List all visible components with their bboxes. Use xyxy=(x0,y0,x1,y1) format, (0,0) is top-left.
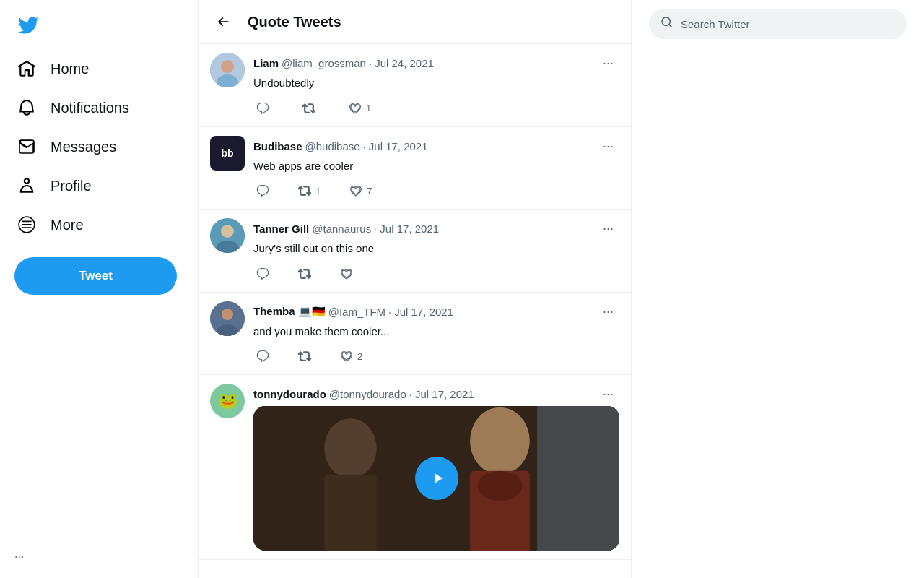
tweet-video-thumbnail[interactable] xyxy=(253,406,619,551)
home-icon xyxy=(17,59,36,78)
sidebar-item-more-label: More xyxy=(51,217,84,233)
tweet-content: Themba 💻🇩🇪 @Iam_TFM · Jul 17, 2021 ··· a… xyxy=(253,301,619,366)
bell-icon xyxy=(17,98,36,117)
tweet-author-handle: @tannaurus xyxy=(312,223,371,235)
tweet-author-handle: @Iam_TFM xyxy=(328,306,385,318)
left-sidebar: Home Notifications Messages Profile More xyxy=(0,0,199,578)
tweet-header: Liam @liam_grossman · Jul 24, 2021 ··· xyxy=(253,53,619,74)
tweet-text: Jury's still out on this one xyxy=(253,241,619,257)
tweet-author-handle: @liam_grossman xyxy=(282,57,366,69)
avatar xyxy=(210,218,245,253)
tweet-actions: 1 xyxy=(253,99,619,118)
tweet-meta: Budibase @budibase · Jul 17, 2021 xyxy=(253,140,428,152)
tweet-header: Themba 💻🇩🇪 @Iam_TFM · Jul 17, 2021 ··· xyxy=(253,301,619,322)
retweet-button[interactable] xyxy=(295,264,314,283)
retweet-button[interactable]: 1 xyxy=(295,181,323,200)
tweet-meta: Liam @liam_grossman · Jul 24, 2021 xyxy=(253,57,434,69)
svg-point-7 xyxy=(222,309,233,320)
tweet-date: Jul 17, 2021 xyxy=(369,140,428,152)
tweet-more-button[interactable]: ··· xyxy=(597,218,619,239)
tweet-author-name: Budibase xyxy=(253,140,302,152)
tweet-author-handle: @tonnydourado xyxy=(329,388,406,400)
svg-point-4 xyxy=(221,225,234,238)
table-row: Themba 💻🇩🇪 @Iam_TFM · Jul 17, 2021 ··· a… xyxy=(199,293,631,376)
like-button[interactable]: 7 xyxy=(346,181,375,200)
mail-icon xyxy=(17,137,36,156)
page-title: Quote Tweets xyxy=(248,14,341,30)
sidebar-account-more[interactable]: ··· xyxy=(14,551,24,564)
tweet-author-name: tonnydourado xyxy=(253,388,326,400)
tweet-meta: Tanner Gill @tannaurus · Jul 17, 2021 xyxy=(253,223,439,235)
tweet-more-button[interactable]: ··· xyxy=(597,136,619,157)
sidebar-item-profile-label: Profile xyxy=(51,178,92,194)
tweet-author-handle: @budibase xyxy=(305,140,360,152)
reply-button[interactable] xyxy=(253,99,276,118)
avatar xyxy=(210,53,245,87)
tweet-date: Jul 17, 2021 xyxy=(415,388,474,400)
sidebar-item-home-label: Home xyxy=(51,61,89,77)
like-count: 2 xyxy=(357,351,362,362)
search-input[interactable] xyxy=(681,18,895,30)
main-nav: Home Notifications Messages Profile More xyxy=(9,51,138,246)
panel-header: Quote Tweets xyxy=(199,0,631,44)
tweet-content: Tanner Gill @tannaurus · Jul 17, 2021 ··… xyxy=(253,218,619,283)
tweet-actions: 2 xyxy=(253,347,619,366)
sidebar-item-home[interactable]: Home xyxy=(9,51,138,87)
twitter-logo[interactable] xyxy=(9,6,48,48)
reply-button[interactable] xyxy=(253,264,272,283)
avatar xyxy=(210,301,245,336)
tweet-author-name: Liam xyxy=(253,57,279,69)
avatar: 🐸 xyxy=(210,384,245,418)
like-count: 1 xyxy=(366,103,371,113)
reply-button[interactable] xyxy=(253,181,272,200)
more-dots-label: ··· xyxy=(14,551,24,564)
table-row: bb Budibase @budibase · Jul 17, 2021 ···… xyxy=(199,127,631,210)
retweet-button[interactable] xyxy=(300,99,323,118)
tweet-more-button[interactable]: ··· xyxy=(597,53,619,74)
tweet-author-name: Themba 💻🇩🇪 xyxy=(253,305,326,318)
svg-rect-16 xyxy=(537,406,619,551)
reply-button[interactable] xyxy=(253,347,272,366)
tweet-date: Jul 17, 2021 xyxy=(380,223,439,235)
like-button[interactable] xyxy=(337,264,356,283)
search-bar[interactable] xyxy=(649,9,907,39)
tweet-meta: Themba 💻🇩🇪 @Iam_TFM · Jul 17, 2021 xyxy=(253,305,453,318)
tweet-content: tonnydourado @tonnydourado · Jul 17, 202… xyxy=(253,384,619,551)
tweet-more-button[interactable]: ··· xyxy=(597,384,619,405)
video-play-button[interactable] xyxy=(415,457,458,500)
sidebar-item-more[interactable]: More xyxy=(9,207,138,243)
sidebar-item-profile[interactable]: Profile xyxy=(9,168,138,204)
tweet-text: Web apps are cooler xyxy=(253,158,619,175)
search-icon xyxy=(661,16,674,32)
sidebar-item-notifications[interactable]: Notifications xyxy=(9,90,138,126)
tweet-author-name: Tanner Gill xyxy=(253,223,309,235)
sidebar-item-notifications-label: Notifications xyxy=(51,100,129,116)
table-row: Liam @liam_grossman · Jul 24, 2021 ··· U… xyxy=(199,44,631,127)
person-icon xyxy=(17,176,36,195)
tweet-header: Budibase @budibase · Jul 17, 2021 ··· xyxy=(253,136,619,157)
tweet-button[interactable]: Tweet xyxy=(14,257,177,295)
tweet-date: Jul 24, 2021 xyxy=(375,57,434,69)
tweet-text: Undoubtedly xyxy=(253,75,619,92)
tweet-meta: tonnydourado @tonnydourado · Jul 17, 202… xyxy=(253,388,474,400)
retweet-button[interactable] xyxy=(295,347,314,366)
tweet-more-button[interactable]: ··· xyxy=(597,301,619,322)
like-count: 7 xyxy=(367,186,372,197)
svg-point-1 xyxy=(221,60,234,73)
sidebar-item-messages[interactable]: Messages xyxy=(9,129,138,165)
back-button[interactable] xyxy=(210,9,236,35)
tweet-header: tonnydourado @tonnydourado · Jul 17, 202… xyxy=(253,384,619,405)
like-button[interactable]: 1 xyxy=(346,99,374,118)
table-row: Tanner Gill @tannaurus · Jul 17, 2021 ··… xyxy=(199,210,631,293)
like-button[interactable]: 2 xyxy=(337,347,365,366)
tweet-text: and you make them cooler... xyxy=(253,324,619,340)
tweet-header: Tanner Gill @tannaurus · Jul 17, 2021 ··… xyxy=(253,218,619,239)
more-circle-icon xyxy=(17,215,36,234)
sidebar-item-messages-label: Messages xyxy=(51,139,116,155)
tweet-content: Liam @liam_grossman · Jul 24, 2021 ··· U… xyxy=(253,53,619,118)
tweet-actions xyxy=(253,264,619,283)
avatar: bb xyxy=(210,136,245,171)
quote-tweets-panel: Quote Tweets Liam @liam_grossman · Jul 2… xyxy=(199,0,632,578)
retweet-count: 1 xyxy=(315,186,321,197)
tweet-date: Jul 17, 2021 xyxy=(394,306,453,318)
